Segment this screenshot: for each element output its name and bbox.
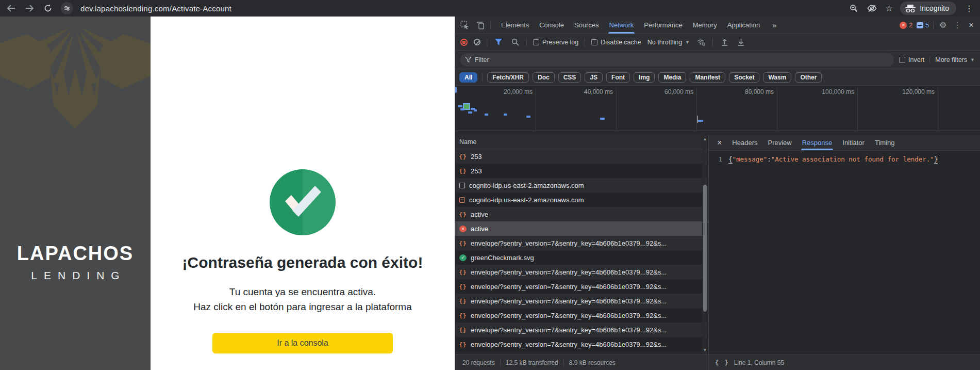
request-row-envelope-sentry-version-7-sent[interactable]: {}envelope/?sentry_version=7&sentry_key=…: [455, 308, 708, 323]
request-row-greencheckmark-svg[interactable]: ✓greenCheckmark.svg: [455, 250, 708, 265]
request-row-cognito-idp-us-east-2-amazonaw[interactable]: cognito-idp.us-east-2.amazonaws.com: [455, 178, 708, 192]
scroll-down-icon[interactable]: ▼: [703, 346, 707, 353]
network-overview-timeline[interactable]: 20,000 ms40,000 ms60,000 ms80,000 ms100,…: [455, 86, 980, 131]
filter-toggle-icon[interactable]: [493, 37, 504, 47]
chip-img[interactable]: Img: [634, 72, 655, 83]
devtools-menu-icon[interactable]: ⋮: [952, 20, 962, 30]
network-conditions-icon[interactable]: [696, 37, 706, 47]
request-name: 253: [471, 167, 482, 175]
more-filters-dropdown[interactable]: More filters ▼: [935, 56, 975, 63]
request-list-scrollbar[interactable]: ▲ ▼: [702, 135, 708, 355]
request-row-active[interactable]: {}active: [455, 207, 708, 221]
detail-tab-initiator[interactable]: Initiator: [837, 135, 870, 150]
issues-count: 5: [925, 22, 929, 29]
timeline-range-handle[interactable]: [455, 87, 457, 93]
timeline-tick-label: 60,000 ms: [652, 88, 693, 95]
chip-font[interactable]: Font: [606, 72, 630, 83]
inspect-element-icon[interactable]: [459, 20, 470, 30]
chip-fetch-xhr[interactable]: Fetch/XHR: [487, 72, 529, 83]
request-row-envelope-sentry-version-7-sent[interactable]: {}envelope/?sentry_version=7&sentry_key=…: [455, 279, 708, 294]
invert-box: [899, 57, 905, 63]
preserve-log-label: Preserve log: [542, 39, 578, 46]
back-icon[interactable]: [5, 3, 16, 14]
zoom-icon[interactable]: [848, 3, 859, 14]
chip-other[interactable]: Other: [795, 72, 822, 83]
chip-manifest[interactable]: Manifest: [690, 72, 725, 83]
activation-panel: ¡Contraseña generada con éxito! Tu cuent…: [151, 17, 455, 370]
network-search-icon[interactable]: [510, 37, 520, 47]
export-har-icon[interactable]: [736, 37, 746, 47]
subtitle-line-1: Tu cuenta ya se encuentra activa.: [193, 285, 412, 300]
devtools-close-icon[interactable]: ×: [967, 20, 976, 30]
chip-media[interactable]: Media: [658, 72, 686, 83]
disable-cache-checkbox[interactable]: Disable cache: [591, 39, 641, 46]
devtools-tab-application[interactable]: Application: [722, 17, 766, 34]
import-har-icon[interactable]: [719, 37, 729, 47]
timeline-request-bar: [460, 108, 464, 110]
filter-input[interactable]: [475, 56, 889, 63]
detail-close-icon[interactable]: ×: [712, 138, 727, 148]
preserve-log-box: [533, 39, 539, 45]
chip-css[interactable]: CSS: [558, 72, 582, 83]
browser-menu-icon[interactable]: ⋮: [964, 3, 975, 14]
devtools-settings-icon[interactable]: ⚙: [938, 20, 948, 30]
devtools-tab-sources[interactable]: Sources: [569, 17, 604, 34]
more-filters-caret-icon: ▼: [970, 57, 975, 62]
request-row-253[interactable]: {}253: [455, 149, 708, 164]
site-info-icon[interactable]: [61, 2, 73, 14]
request-row-envelope-sentry-version-7-sent[interactable]: {}envelope/?sentry_version=7&sentry_key=…: [455, 294, 708, 308]
devtools-tab-console[interactable]: Console: [534, 17, 569, 34]
request-row-envelope-sentry-version-7-sent[interactable]: {}envelope/?sentry_version=7&sentry_key=…: [455, 337, 708, 351]
incognito-badge[interactable]: Incognito: [900, 2, 956, 15]
timeline-gridline: [857, 88, 858, 131]
record-network-log-icon[interactable]: [460, 39, 468, 46]
request-row-cognito-idp-us-east-2-amazonaw[interactable]: ··cognito-idp.us-east-2.amazonaws.com: [455, 192, 708, 207]
request-row-envelope-sentry-version-7-sent[interactable]: {}envelope/?sentry_version=7&sentry_key=…: [455, 323, 708, 337]
json-icon: {}: [459, 312, 467, 319]
disable-cache-box: [591, 39, 597, 45]
url-text[interactable]: dev.lapachoslending.com/Activate-Account: [80, 4, 231, 13]
browser-toolbar: dev.lapachoslending.com/Activate-Account…: [0, 0, 980, 17]
scrollbar-thumb[interactable]: [703, 185, 707, 312]
clear-network-log-icon[interactable]: [474, 39, 480, 45]
detail-tab-timing[interactable]: Timing: [870, 135, 900, 150]
chip-js[interactable]: JS: [585, 72, 603, 83]
detail-tab-headers[interactable]: Headers: [727, 135, 762, 150]
chip-wasm[interactable]: Wasm: [763, 72, 791, 83]
filter-input-wrap: [460, 53, 894, 67]
chip-socket[interactable]: Socket: [729, 72, 759, 83]
forward-icon[interactable]: [24, 3, 35, 14]
devtools-tab-elements[interactable]: Elements: [496, 17, 534, 34]
go-to-console-button[interactable]: Ir a la consola: [212, 333, 393, 353]
request-row-active[interactable]: ×active: [455, 221, 708, 236]
devtools-tabbar-tabs: ElementsConsoleSourcesNetworkPerformance…: [496, 17, 765, 34]
device-toolbar-icon[interactable]: [475, 20, 485, 30]
devtools-tab-memory[interactable]: Memory: [688, 17, 722, 34]
document-icon: [459, 183, 465, 188]
console-issues-badge[interactable]: 5: [917, 22, 929, 29]
throttling-dropdown[interactable]: No throttling ▼: [647, 39, 690, 46]
bookmark-star-icon[interactable]: ☆: [885, 3, 893, 14]
eye-off-icon[interactable]: [867, 3, 878, 14]
response-viewer[interactable]: 1 {"message":"Active association not fou…: [709, 151, 980, 355]
console-errors-badge[interactable]: × 2: [900, 22, 912, 29]
chip-all[interactable]: All: [459, 72, 477, 83]
request-row-envelope-sentry-version-7-sent[interactable]: {}envelope/?sentry_version=7&sentry_key=…: [455, 265, 708, 279]
preserve-log-checkbox[interactable]: Preserve log: [533, 39, 578, 46]
timeline-gridline: [938, 88, 938, 131]
incognito-icon: [905, 5, 916, 12]
request-row-253[interactable]: {}253: [455, 164, 708, 178]
devtools-tab-network[interactable]: Network: [604, 17, 639, 34]
tabbar-divider: [490, 21, 491, 29]
json-colon: :: [767, 155, 771, 163]
detail-tab-response[interactable]: Response: [797, 135, 838, 150]
scroll-up-icon[interactable]: ▲: [703, 135, 707, 142]
reload-icon[interactable]: [42, 3, 54, 14]
request-list-header[interactable]: Name: [455, 135, 708, 149]
detail-tab-preview[interactable]: Preview: [762, 135, 796, 150]
chip-doc[interactable]: Doc: [533, 72, 555, 83]
devtools-tab-performance[interactable]: Performance: [639, 17, 687, 34]
more-panels-icon[interactable]: »: [770, 21, 778, 29]
request-row-envelope-sentry-version-7-sent[interactable]: {}envelope/?sentry_version=7&sentry_key=…: [455, 236, 708, 250]
invert-checkbox[interactable]: Invert: [899, 56, 924, 63]
